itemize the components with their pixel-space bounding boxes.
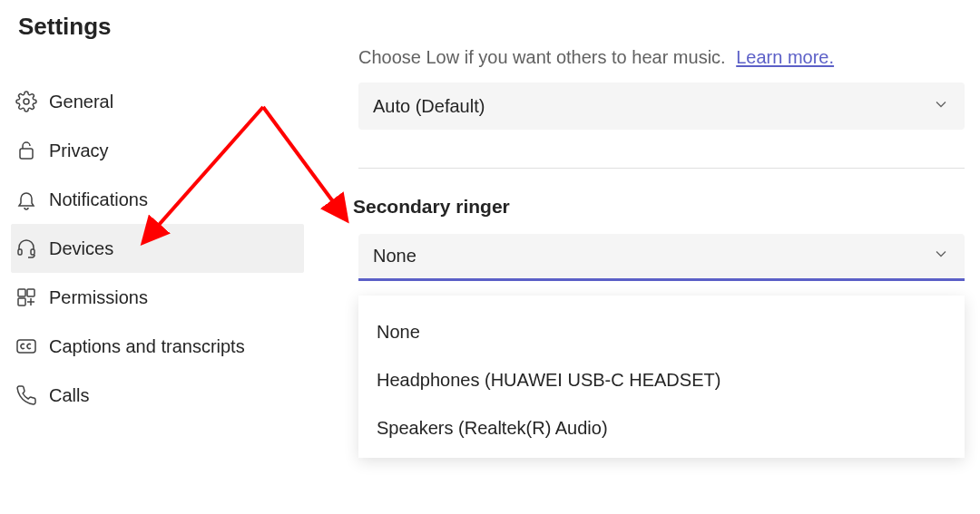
helper-text: Choose Low if you want others to hear mu… <box>358 47 726 67</box>
sidebar-item-label: Privacy <box>49 141 109 161</box>
svg-rect-4 <box>18 289 25 296</box>
page-title: Settings <box>11 9 304 57</box>
svg-rect-6 <box>18 298 25 305</box>
svg-rect-2 <box>18 249 22 255</box>
sidebar-item-devices[interactable]: Devices <box>11 224 304 273</box>
chevron-down-icon <box>932 95 950 118</box>
sidebar-item-label: Devices <box>49 238 113 259</box>
headset-icon <box>15 237 38 260</box>
helper-text-row: Choose Low if you want others to hear mu… <box>358 47 971 68</box>
sidebar-item-label: Calls <box>49 385 89 406</box>
bell-icon <box>15 188 38 211</box>
settings-sidebar: Settings General Privacy Notifications <box>0 0 304 514</box>
select-value: Auto (Default) <box>373 96 485 117</box>
sidebar-item-label: General <box>49 92 113 112</box>
phone-icon <box>15 383 38 407</box>
settings-main: Choose Low if you want others to hear mu… <box>304 0 980 514</box>
select-value: None <box>373 246 416 267</box>
sidebar-item-privacy[interactable]: Privacy <box>11 126 304 175</box>
noise-suppression-select[interactable]: Auto (Default) <box>358 82 965 130</box>
sidebar-item-captions[interactable]: Captions and transcripts <box>11 322 304 371</box>
chevron-down-icon <box>932 245 950 267</box>
section-divider <box>358 168 965 169</box>
cc-icon <box>15 335 38 358</box>
learn-more-link[interactable]: Learn more. <box>736 47 834 67</box>
svg-rect-7 <box>17 340 35 353</box>
sidebar-item-notifications[interactable]: Notifications <box>11 175 304 224</box>
grid-icon <box>15 286 38 309</box>
svg-rect-1 <box>20 149 33 159</box>
dropdown-option[interactable]: None <box>358 308 965 356</box>
dropdown-option[interactable]: Headphones (HUAWEI USB-C HEADSET) <box>358 356 965 404</box>
svg-point-0 <box>24 99 29 104</box>
lock-icon <box>15 139 38 162</box>
secondary-ringer-select[interactable]: None <box>358 234 965 281</box>
svg-rect-3 <box>31 249 34 255</box>
gear-icon <box>15 90 38 113</box>
settings-nav: General Privacy Notifications Devices <box>11 57 304 420</box>
secondary-ringer-dropdown: None Headphones (HUAWEI USB-C HEADSET) S… <box>358 296 965 458</box>
sidebar-item-label: Permissions <box>49 287 148 308</box>
secondary-ringer-label: Secondary ringer <box>353 196 971 218</box>
sidebar-item-label: Captions and transcripts <box>49 336 245 357</box>
dropdown-option[interactable]: Speakers (Realtek(R) Audio) <box>358 404 965 452</box>
sidebar-item-calls[interactable]: Calls <box>11 371 304 420</box>
sidebar-item-label: Notifications <box>49 189 148 210</box>
sidebar-item-general[interactable]: General <box>11 77 304 126</box>
sidebar-item-permissions[interactable]: Permissions <box>11 273 304 322</box>
svg-rect-5 <box>27 289 34 296</box>
